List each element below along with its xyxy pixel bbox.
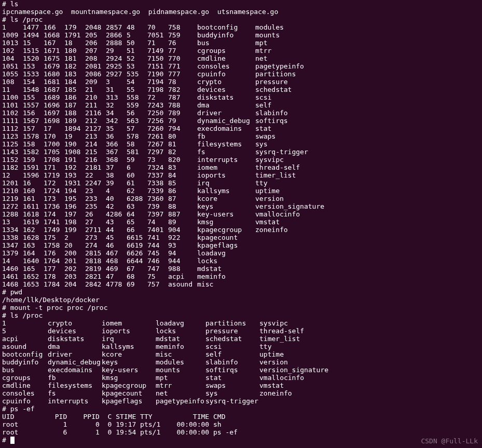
col-cell: interrupts (48, 397, 102, 405)
col-cell: keys (102, 358, 156, 366)
col-cell: 59 (127, 156, 147, 164)
col-cell: 235 (85, 202, 106, 210)
col-cell: 2866 (106, 31, 127, 39)
col-cell: 794 (168, 125, 197, 132)
col-cell: kcore (197, 195, 255, 202)
proc2-row: acpidiskstatsirqmdstatschedstattimer_lis… (2, 335, 480, 343)
col-cell: 1591 (23, 164, 44, 171)
col-cell: 274 (85, 241, 106, 249)
proc-row: 1219161173195233406288736087kcoreversion (2, 195, 480, 202)
col-cell: 94 (168, 249, 197, 257)
proc-row: 105515331680183208629275357190777cpuinfo… (2, 70, 480, 78)
proc-row: 112315781701921336578726180fbswaps (2, 132, 480, 140)
col-cell: 1125 (2, 140, 23, 148)
col-cell: 1520 (23, 55, 44, 62)
col-cell: 195 (64, 195, 85, 202)
col-cell: 1379 (2, 249, 23, 257)
col-cell: 2048 (85, 23, 106, 31)
col-cell: 745 (147, 249, 168, 257)
col-cell: 7324 (147, 164, 168, 171)
col-cell: acpi (168, 273, 197, 280)
col-cell: pagetypeinfo (255, 62, 330, 70)
col-cell: 166 (44, 23, 64, 31)
col-cell: stat (255, 125, 330, 132)
col-cell: vmstat (259, 382, 342, 389)
col-cell: 757 (147, 280, 168, 288)
col-cell (255, 265, 330, 273)
col-cell: 6619 (127, 241, 147, 249)
col-cell: 1596 (23, 171, 44, 179)
proc-row: 146116521782032821476875acpimeminfo (2, 273, 480, 280)
col-cell: 171 (44, 164, 64, 171)
proc-row: 11021561697188211634567250789driverslabi… (2, 109, 480, 117)
col-cell: 162 (23, 226, 44, 234)
col-cell: 1619 (23, 218, 44, 226)
col-cell: 1708 (44, 156, 64, 164)
col-cell: 201 (64, 257, 85, 265)
col-cell (259, 397, 342, 405)
col-cell: 214 (85, 140, 106, 148)
col-cell: 7243 (147, 101, 168, 109)
col-cell: 7339 (147, 187, 168, 195)
col-cell: 2842 (85, 280, 106, 288)
col-cell: 2081 (85, 62, 106, 70)
col-cell: mounts (255, 31, 330, 39)
proc-row: 12881618174197264286647397887key-usersvm… (2, 210, 480, 218)
col-cell: 61 (127, 179, 147, 187)
col-cell: 66 (127, 226, 147, 234)
command-line: # ls /proc (2, 16, 480, 23)
col-cell: 16 (23, 179, 44, 187)
col-cell: 172 (44, 179, 64, 187)
col-cell: asound (2, 343, 48, 350)
col-cell: pressure (205, 327, 259, 335)
col-cell: dynamic_debug (48, 358, 102, 366)
col-cell (255, 280, 330, 288)
col-cell: 1 (2, 23, 23, 31)
col-cell: 208 (85, 55, 106, 62)
col-cell: 1681 (44, 78, 64, 86)
col-cell: softirqs (205, 366, 259, 374)
proc2-row: bootconfigdriverkcoremiscselfuptime (2, 350, 480, 358)
prompt-line[interactable]: # (2, 436, 480, 444)
col-cell: 1123 (2, 132, 23, 140)
col-cell: vmallocinfo (255, 210, 330, 218)
cursor (10, 437, 15, 444)
col-cell: uptime (255, 187, 330, 195)
col-cell: iomem (102, 319, 156, 327)
col-cell: key-users (102, 366, 156, 374)
col-cell: 23 (85, 187, 106, 195)
col-cell: 6 (127, 164, 147, 171)
col-cell: 83 (168, 164, 197, 171)
col-cell: 1680 (44, 70, 64, 78)
col-cell: 213 (85, 132, 106, 140)
col-cell: 188 (64, 109, 85, 117)
col-cell: 273 (85, 234, 106, 241)
col-cell: dma (48, 343, 102, 350)
col-cell: keys (197, 202, 255, 210)
col-cell: kpageflags (102, 397, 156, 405)
col-cell: 7267 (147, 140, 168, 148)
col-cell: cpuinfo (197, 70, 255, 78)
col-cell: 563 (127, 117, 147, 125)
col-cell: 7256 (147, 117, 168, 125)
col-cell: mtrr (156, 382, 205, 389)
col-cell: 1182 (2, 164, 23, 171)
col-cell: 46 (106, 241, 127, 249)
col-cell: cgroups (2, 374, 48, 382)
col-cell: 1102 (2, 109, 23, 117)
col-cell: 1697 (44, 109, 64, 117)
col-cell: 216 (85, 156, 106, 164)
col-cell: 1460 (2, 265, 23, 273)
col-cell: 7297 (147, 148, 168, 156)
col-cell: 39 (106, 179, 127, 187)
col-cell: 1894 (64, 125, 85, 132)
col-cell: mpt (156, 374, 205, 382)
col-cell: 535 (127, 70, 147, 78)
col-cell: 7149 (147, 47, 168, 55)
proc2-row: consolesfskpagecountnetsyszoneinfo (2, 389, 480, 397)
col-cell: version_signature (255, 202, 330, 210)
col-cell: pressure (255, 78, 330, 86)
col-cell: 1567 (23, 117, 44, 125)
col-cell: 1111 (2, 117, 23, 125)
col-cell: schedstat (205, 335, 259, 343)
